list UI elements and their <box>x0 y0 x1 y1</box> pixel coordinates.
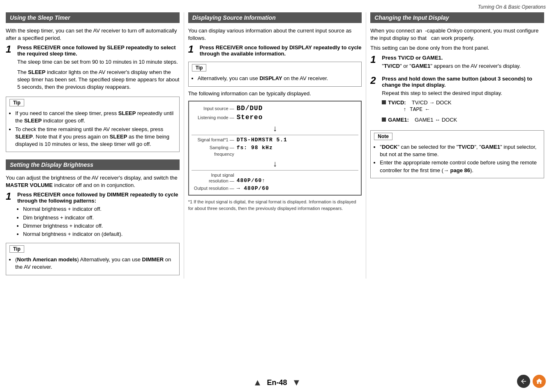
sleep-tip-item-1: If you need to cancel the sleep timer, p… <box>15 110 176 125</box>
input-step2-num: 2 <box>370 76 379 85</box>
input-display-intro: When you connect an ‑capable Onkyo compo… <box>370 27 544 42</box>
breadcrumb: Turning On & Basic Operations <box>6 4 548 10</box>
tvcd-chain2: ↑ TAPE ← <box>403 106 544 113</box>
source-tip: Tip Alternatively, you can use DISPLAY o… <box>188 62 362 86</box>
input-display-header: Changing the Input Display <box>370 12 544 23</box>
footer: ▲ En-48 ▼ <box>0 377 554 388</box>
diagram-row3-label: Signal format*1 — <box>192 137 237 142</box>
sleep-tip: Tip If you need to cancel the sleep time… <box>6 97 180 152</box>
source-step1-content: Press RECEIVER once followed by DISPLAY … <box>200 44 362 58</box>
input-step2: 2 Press and hold down the same button (a… <box>370 76 544 127</box>
source-tip-list: Alternatively, you can use DISPLAY on th… <box>192 75 358 82</box>
diagram-row3-val: DTS-HDMSTR 5.1 <box>237 137 287 143</box>
tvcd-option: TV/CD: TV/CD → DOCK ↑ TAPE ← <box>382 99 544 113</box>
footer-page: En-48 <box>267 378 287 387</box>
diagram-row5-val: 480P/60↑ <box>237 178 265 184</box>
diagram-separator2 <box>192 170 359 171</box>
sleep-tip-item-2: To check the time remaining until the AV… <box>15 126 176 148</box>
brightness-tip-item-1: (North American models) Alternatively, y… <box>15 256 176 271</box>
diagram-row2-val: Stereo <box>237 114 263 121</box>
input-step2-content: Press and hold down the same button (abo… <box>382 76 544 127</box>
input-note-item-1: "DOCK" can be selected for the "TV/CD", … <box>380 143 540 158</box>
source-intro: You can display various information abou… <box>188 27 362 42</box>
input-note-label: Note <box>374 133 392 140</box>
tvcd-chain: TV/CD → DOCK <box>412 99 452 106</box>
sleep-step1: 1 Press RECEIVER once followed by SLEEP … <box>6 44 180 93</box>
col-sleep: Using the Sleep Timer With the sleep tim… <box>6 12 184 279</box>
footer-icons <box>517 375 546 388</box>
col-source: Displaying Source Information You can di… <box>184 12 367 279</box>
tvcd-bullet <box>382 100 386 104</box>
brightness-tip-label: Tip <box>9 245 24 253</box>
input-step1-content: Press TV/CD or GAME1. "TV/CD" or "GAME1"… <box>382 55 544 72</box>
footer-arrow-up-icon[interactable]: ▲ <box>253 377 262 388</box>
brightness-item-3: Dimmer brightness + indicator off. <box>23 222 180 230</box>
diagram-row1-label: Input source — <box>192 106 237 111</box>
brightness-items: Normal brightness + indicator off. Dim b… <box>17 205 180 238</box>
sleep-step1-num: 1 <box>6 44 14 54</box>
brightness-section: Setting the Display Brightness You can a… <box>6 159 180 275</box>
brightness-item-1: Normal brightness + indicator off. <box>23 205 180 213</box>
input-note-item-2: Enter the appropriate remote control cod… <box>380 159 540 174</box>
input-step1-num: 1 <box>370 55 379 65</box>
diagram-row5: Input signalresolution — 480P/60↑ <box>189 171 361 185</box>
game1-bullet <box>382 118 386 122</box>
brightness-step1: 1 Press RECEIVER once followed by DIMMER… <box>6 191 180 240</box>
brightness-intro: You can adjust the brightness of the AV … <box>6 174 180 189</box>
input-step2-body: Repeat this step to select the desired i… <box>382 90 544 97</box>
source-step1: 1 Press RECEIVER once followed by DISPLA… <box>188 44 362 58</box>
brightness-section-header: Setting the Display Brightness <box>6 159 180 170</box>
sleep-step1-body2: The SLEEP indicator lights on the AV rec… <box>17 69 180 91</box>
diagram-row6: Output resolution — → 480P/60 <box>189 184 361 192</box>
tvcd-label: TV/CD: <box>388 99 406 106</box>
brightness-item-4: Normal brightness + indicator on (defaul… <box>23 231 180 238</box>
diagram-row4-val: fs: 98 kHz <box>237 145 273 151</box>
diagram-row4-sub: frequency <box>189 152 361 157</box>
brightness-step1-num: 1 <box>6 191 14 201</box>
diagram-row1: Input source — BD/DUD <box>189 104 361 113</box>
source-tip-label: Tip <box>192 64 207 71</box>
col-input-display: Changing the Input Display When you conn… <box>366 12 548 279</box>
diagram-row6-label: Output resolution — <box>192 186 237 191</box>
input-step1-title: Press TV/CD or GAME1. <box>382 55 544 61</box>
diagram-row3: Signal format*1 — DTS-HDMSTR 5.1 <box>189 136 361 144</box>
brightness-tip: Tip (North American models) Alternativel… <box>6 243 180 275</box>
footer-arrow-down-icon[interactable]: ▼ <box>292 377 301 388</box>
game1-chain: GAME1 ↔ DOCK <box>415 117 457 123</box>
back-arrow-icon <box>520 378 527 385</box>
source-diagram: Input source — BD/DUD Listening mode — S… <box>188 101 362 196</box>
source-section-header: Displaying Source Information <box>188 12 362 23</box>
back-icon[interactable] <box>517 375 530 388</box>
input-step2-title: Press and hold down the same button (abo… <box>382 76 544 88</box>
home-icon[interactable] <box>533 375 546 388</box>
diagram-row2: Listening mode — Stereo <box>189 113 361 122</box>
input-step1-body: "TV/CD" or "GAME1" appears on the AV rec… <box>382 62 544 70</box>
brightness-item-2: Dim brightness + indicator off. <box>23 214 180 221</box>
tvcd-row: TV/CD: TV/CD → DOCK <box>382 99 544 106</box>
diagram-arrow2: ↓ <box>189 159 361 168</box>
source-footnote: *1 If the input signal is digital, the s… <box>188 199 362 212</box>
game1-row: GAME1: GAME1 ↔ DOCK <box>382 117 544 123</box>
input-note: Note "DOCK" can be selected for the "TV/… <box>370 130 544 178</box>
sleep-tip-label: Tip <box>9 99 24 106</box>
diagram-intro: The following information can be typical… <box>188 90 362 97</box>
game1-label: GAME1: <box>388 117 409 123</box>
sleep-intro: With the sleep timer, you can set the AV… <box>6 27 180 42</box>
diagram-separator1 <box>192 135 359 135</box>
diagram-row2-label: Listening mode — <box>192 115 237 120</box>
game1-option: GAME1: GAME1 ↔ DOCK <box>382 117 544 123</box>
diagram-row4-label: Sampling — <box>192 145 237 150</box>
columns: Using the Sleep Timer With the sleep tim… <box>6 12 548 279</box>
diagram-row5-label: Input signalresolution — <box>192 172 237 184</box>
source-tip-item-1: Alternatively, you can use DISPLAY on th… <box>198 75 358 82</box>
sleep-section-header: Using the Sleep Timer <box>6 12 180 23</box>
page-container: Turning On & Basic Operations Using the … <box>0 0 554 392</box>
sleep-step1-body1: The sleep time can be set from 90 to 10 … <box>17 58 180 66</box>
sleep-step1-title: Press RECEIVER once followed by SLEEP re… <box>17 44 180 57</box>
diagram-arrow1: ↓ <box>189 124 361 133</box>
diagram-row6-val: → 480P/60 <box>237 185 269 191</box>
diagram-row1-val: BD/DUD <box>237 105 263 112</box>
input-display-intro2: This setting can be done only from the f… <box>370 44 544 52</box>
brightness-step1-title: Press RECEIVER once followed by DIMMER r… <box>17 191 180 204</box>
brightness-tip-list: (North American models) Alternatively, y… <box>9 256 176 271</box>
